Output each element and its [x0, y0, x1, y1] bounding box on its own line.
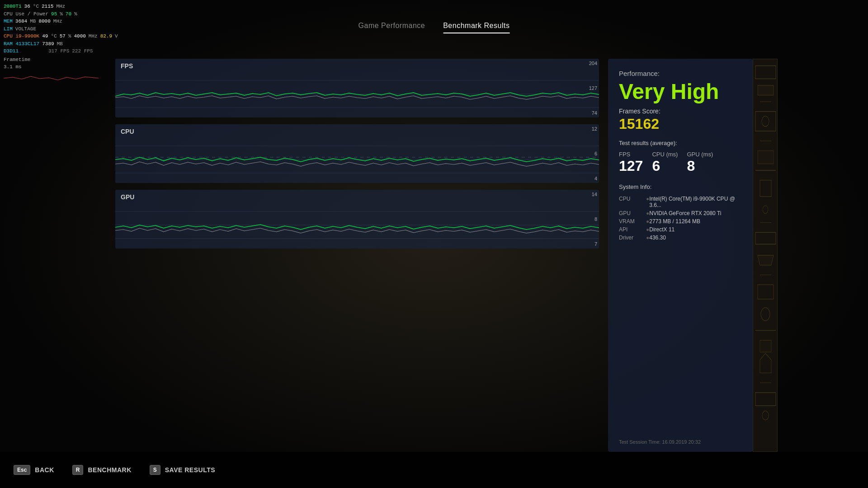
hud-temp1-unit: °C: [33, 3, 39, 10]
hud-cpu-extra: 82.9: [100, 33, 112, 40]
hud-fps1: 317 FPS: [48, 47, 69, 55]
svg-point-19: [762, 411, 769, 420]
sysinfo-gpu-val: NVIDIA GeForce RTX 2080 Ti: [649, 209, 742, 217]
tab-benchmark-results[interactable]: Benchmark Results: [443, 22, 509, 33]
frametime-graph-area: [4, 72, 118, 87]
cpu-chart-area: [115, 137, 599, 182]
hud-overlay: 2080Ti 36 °C 2115 MHz CPU Use / Power 95…: [0, 0, 122, 89]
hud-lim-label: LIM: [4, 25, 13, 33]
bottom-toolbar: Esc BACK R BENCHMARK S SAVE RESULTS: [0, 452, 868, 488]
fps-chart-title: FPS: [115, 59, 599, 71]
cpu-metric-value: 6: [652, 158, 678, 174]
benchmark-label: BENCHMARK: [88, 466, 131, 474]
fps-chart-area: [115, 71, 599, 117]
nav-tabs: Game Performance Benchmark Results: [359, 22, 510, 33]
hud-freq1-unit: MHz: [56, 3, 65, 10]
svg-rect-13: [758, 285, 774, 299]
benchmark-key: R: [72, 465, 84, 475]
hud-fps2: 222 FPS: [72, 47, 93, 55]
hud-ram-val: 7389: [42, 40, 54, 48]
deco-right-bar: [753, 59, 778, 452]
performance-rating: Very High: [619, 79, 742, 104]
svg-rect-0: [755, 66, 776, 79]
hud-mem-val: 3684: [15, 18, 27, 25]
hud-frametime-val: 3.1 ms: [4, 63, 22, 71]
sysinfo-gpu-row: GPU ● NVIDIA GeForce RTX 2080 Ti: [619, 209, 742, 217]
gpu-metric-label: GPU (ms): [687, 151, 713, 158]
gpu-metric-value: 8: [687, 158, 713, 174]
save-results-button[interactable]: S SAVE RESULTS: [150, 465, 215, 475]
sysinfo-cpu-key: CPU: [619, 195, 646, 209]
svg-point-9: [763, 206, 768, 213]
hud-cpu-boost: 4000: [74, 33, 85, 40]
back-button[interactable]: Esc BACK: [14, 465, 54, 475]
svg-rect-8: [760, 180, 771, 197]
cpu-metric: CPU (ms) 6: [652, 151, 678, 174]
sysinfo-driver-val: 436.30: [649, 234, 742, 242]
fps-metric-value: 127: [619, 158, 643, 174]
hud-ram-label: RAM 4133CL17: [4, 40, 39, 48]
svg-rect-11: [755, 232, 776, 244]
sysinfo-driver-row: Driver ● 436.30: [619, 234, 742, 242]
gpu-chart-y-labels: 14 8 7: [581, 190, 599, 249]
hud-mem-label: MEM: [4, 18, 13, 25]
sysinfo-api-row: API ● DirectX 11: [619, 225, 742, 234]
hud-gpu-model: 2080Ti: [4, 3, 22, 10]
cpu-chart-title: CPU: [115, 124, 599, 137]
svg-rect-6: [758, 151, 774, 164]
fps-chart-container: FPS 204 127: [115, 59, 599, 117]
frames-score-label: Frames Score:: [619, 108, 742, 115]
hud-cpu-use-val: 95: [51, 10, 57, 18]
svg-rect-3: [755, 112, 776, 131]
hud-voltage-label: VOLTAGE: [15, 25, 36, 33]
hud-frametime-label: Frametime: [4, 56, 30, 64]
sysinfo-cpu-row: CPU ● Intel(R) Core(TM) i9-9900K CPU @ 3…: [619, 195, 742, 209]
back-label: BACK: [35, 466, 54, 474]
system-info-label: System Info:: [619, 183, 742, 190]
sysinfo-api-key: API: [619, 225, 646, 234]
main-content: FPS 204 127: [115, 59, 753, 452]
session-time: Test Session Time: 16.09.2019 20:32: [619, 439, 701, 445]
hud-cpu-power-val: 70: [66, 10, 71, 18]
hud-mem-freq: 8000: [38, 18, 50, 25]
hud-freq1: 2115: [42, 3, 53, 10]
results-panel: Performance: Very High Frames Score: 151…: [608, 59, 753, 452]
save-key: S: [150, 465, 160, 475]
fps-metric-label: FPS: [619, 151, 643, 158]
sysinfo-vram-row: VRAM ● 2773 MB / 11264 MB: [619, 217, 742, 225]
svg-rect-16: [760, 340, 771, 352]
hud-d3d11-label: D3D11: [4, 47, 19, 55]
fps-chart-y-labels: 204 127 74: [581, 59, 599, 117]
system-info-table: CPU ● Intel(R) Core(TM) i9-9900K CPU @ 3…: [619, 195, 742, 242]
tab-game-performance[interactable]: Game Performance: [359, 22, 425, 33]
svg-rect-18: [755, 393, 776, 406]
gpu-chart-title: GPU: [115, 190, 599, 202]
fps-metric: FPS 127: [619, 151, 643, 174]
sysinfo-driver-key: Driver: [619, 234, 646, 242]
gpu-metric: GPU (ms) 8: [687, 151, 713, 174]
hud-cpu-use-label: CPU Use / Power: [4, 10, 48, 18]
sysinfo-vram-key: VRAM: [619, 217, 646, 225]
test-results-label: Test results (average):: [619, 140, 742, 146]
metrics-row: FPS 127 CPU (ms) 6 GPU (ms) 8: [619, 151, 742, 174]
gpu-chart-area: [115, 202, 599, 248]
cpu-chart-container: CPU 12: [115, 124, 599, 183]
sysinfo-cpu-val: Intel(R) Core(TM) i9-9900K CPU @ 3.6...: [649, 195, 742, 209]
benchmark-button[interactable]: R BENCHMARK: [72, 465, 132, 475]
svg-point-14: [761, 308, 770, 321]
performance-label: Performance:: [619, 70, 742, 77]
save-label: SAVE RESULTS: [165, 466, 215, 474]
hud-cpu-freq: 57: [60, 33, 66, 40]
hud-cpu-label: CPU i9-9900K: [4, 33, 39, 40]
hud-cpu-temp: 49: [42, 33, 48, 40]
gpu-chart-container: GPU 14 8 7: [115, 190, 599, 249]
cpu-metric-label: CPU (ms): [652, 151, 678, 158]
cpu-chart-y-labels: 12 6 4: [581, 124, 599, 183]
sysinfo-vram-val: 2773 MB / 11264 MB: [649, 217, 742, 225]
svg-point-4: [762, 116, 769, 127]
sysinfo-api-val: DirectX 11: [649, 225, 742, 234]
frames-score-value: 15162: [619, 116, 742, 132]
charts-panel: FPS 204 127: [115, 59, 599, 452]
sysinfo-gpu-key: GPU: [619, 209, 646, 217]
back-key: Esc: [14, 465, 30, 475]
